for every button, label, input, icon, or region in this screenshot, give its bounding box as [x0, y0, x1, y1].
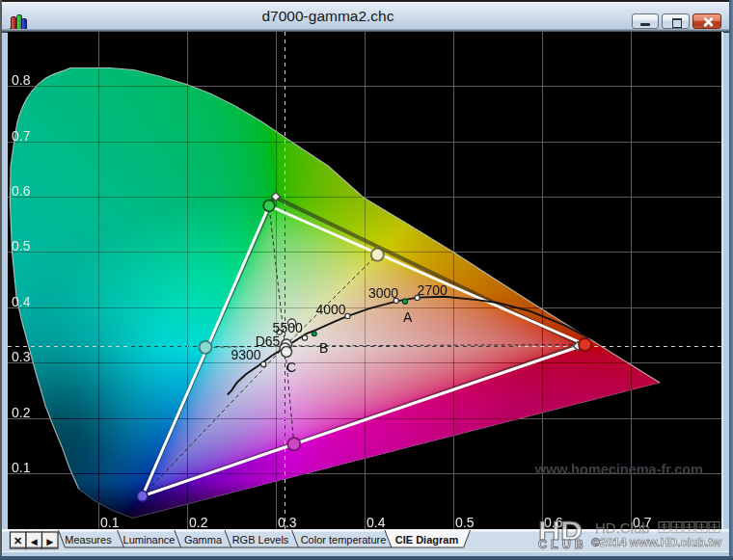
svg-text:Luminance: Luminance	[123, 534, 176, 546]
svg-text:RGB Levels: RGB Levels	[232, 534, 289, 546]
svg-text:CIE Diagram: CIE Diagram	[395, 534, 459, 546]
svg-text:Color temperature: Color temperature	[301, 534, 387, 546]
svg-text:©2014 www.HD.club.tw: ©2014 www.HD.club.tw	[591, 536, 721, 549]
svg-text:HD.Club: HD.Club	[595, 520, 650, 536]
svg-text:▶: ▶	[45, 537, 53, 547]
svg-text:Measures: Measures	[65, 534, 112, 546]
svg-text:CLUB: CLUB	[538, 538, 587, 551]
svg-text:◀: ◀	[30, 537, 38, 547]
svg-text:✕: ✕	[14, 535, 22, 547]
svg-text:Gamma: Gamma	[184, 534, 223, 546]
